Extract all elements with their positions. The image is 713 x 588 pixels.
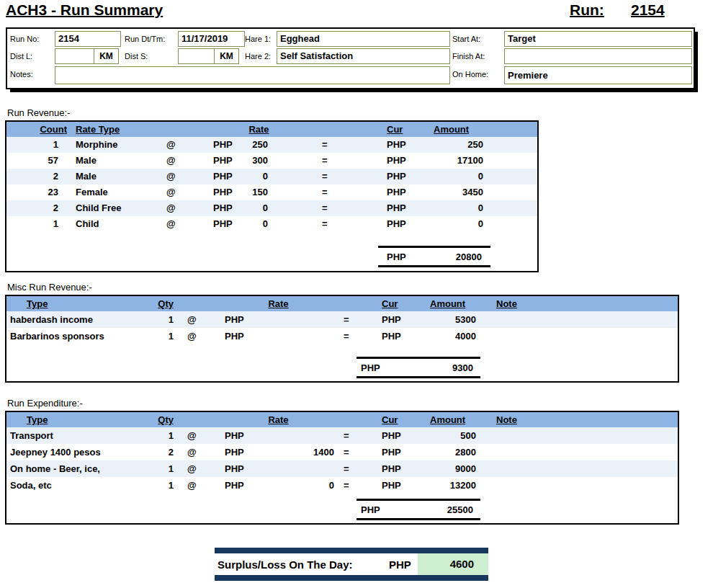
run-revenue-header-count: Count [40,124,67,135]
run-revenue-header-amount: Amount [434,124,469,135]
run-revenue-header-cur: Cur [387,124,403,135]
surplus-currency: PHP [389,558,418,571]
misc-revenue-section-label: Misc Run Revenue:- [7,282,92,293]
table-row: Jeepney 1400 pesos 2 @ PHP 1400 = PHP 28… [6,444,678,460]
expenditure-header-qty: Qty [158,414,174,425]
dist-l-field[interactable] [55,48,94,64]
run-revenue-table: Count Rate Type Rate Cur Amount 1 Morphi… [5,120,539,272]
dist-s-label: Dist S: [125,48,148,64]
surplus-amount: 4600 [418,553,488,575]
run-revenue-header-rate-type: Rate Type [76,124,120,135]
run-revenue-total: PHP 20800 [378,246,490,267]
misc-revenue-header-note: Note [496,298,517,309]
start-at-label: Start At: [452,31,480,47]
page-title: ACH3 - Run Summary [6,1,163,19]
table-row: Transport 1 @ PHP = PHP 500 [6,427,678,444]
dist-l-label: Dist L: [10,48,32,64]
table-row: 1 Child @ PHP 0 = PHP 0 [6,216,537,232]
misc-revenue-header-type: Type [27,298,48,309]
run-no-field[interactable]: 2154 [55,31,121,47]
run-info-box: Run No: 2154 Run Dt/Tm: 11/17/2019 Hare … [6,27,695,89]
dist-s-unit: KM [214,48,239,64]
run-revenue-section-label: Run Revenue:- [7,107,70,118]
table-row: Soda, etc 1 @ PHP 0 = PHP 13200 [6,477,678,494]
expenditure-total-cur: PHP [361,504,380,515]
table-row: Barbarinos sponsors 1 @ PHP = PHP 4000 [6,328,678,344]
hare1-field[interactable]: Egghead [277,31,450,47]
notes-field[interactable] [55,66,450,84]
run-revenue-header-rate: Rate [248,124,269,135]
surplus-label: Surplus/Loss On The Day: [215,558,389,571]
notes-label: Notes: [10,66,33,82]
on-home-label: On Home: [452,66,488,82]
finish-at-label: Finish At: [452,48,485,64]
expenditure-total: PHP 25500 [356,499,480,520]
run-no-label: Run No: [10,31,39,47]
table-row: haberdash income 1 @ PHP = PHP 5300 [6,311,678,328]
run-revenue-total-cur: PHP [387,251,406,262]
expenditure-header-cur: Cur [382,414,398,425]
expenditure-header-amount: Amount [430,414,465,425]
misc-revenue-table: Type Qty Rate Cur Amount Note haberdash … [5,295,679,383]
dist-l-unit: KM [94,48,119,64]
run-revenue-total-amount: 20800 [456,251,482,262]
report-page: ACH3 - Run Summary Run: 2154 Run No: 215… [0,0,713,588]
misc-revenue-header-cur: Cur [382,298,398,309]
dist-s-field[interactable] [178,48,215,64]
start-at-field[interactable]: Target [504,31,692,47]
hare2-field[interactable]: Self Satisfaction [277,48,450,64]
misc-revenue-header-amount: Amount [430,298,465,309]
expenditure-section-label: Run Expenditure:- [7,398,83,409]
expenditure-header-rate: Rate [268,414,288,425]
misc-revenue-header-row: Type Qty Rate Cur Amount Note [6,296,678,311]
misc-revenue-total-cur: PHP [361,362,380,373]
misc-revenue-total-amount: 9300 [452,362,473,373]
surplus-summary: Surplus/Loss On The Day: PHP 4600 [215,548,488,581]
table-row: 2 Male @ PHP 0 = PHP 0 [6,169,537,184]
expenditure-header-row: Type Qty Rate Cur Amount Note [6,412,678,427]
table-row: 1 Morphine @ PHP 250 = PHP 250 [6,137,537,153]
hare2-label: Hare 2: [245,48,271,64]
expenditure-header-type: Type [27,414,48,425]
hare1-label: Hare 1: [245,31,271,47]
table-row: 57 Male @ PHP 300 = PHP 17100 [6,153,537,169]
run-dt-label: Run Dt/Tm: [125,31,165,47]
run-label: Run: [570,1,604,19]
table-row: On home - Beer, ice, 1 @ PHP = PHP 9000 [6,460,678,477]
run-number: 2154 [631,1,665,19]
on-home-field[interactable]: Premiere [504,66,692,84]
table-row: 2 Child Free @ PHP 0 = PHP 0 [6,200,537,216]
expenditure-table: Type Qty Rate Cur Amount Note Transport … [5,411,679,525]
misc-revenue-header-qty: Qty [158,298,174,309]
expenditure-total-amount: 25500 [447,504,473,515]
run-dt-field[interactable]: 11/17/2019 [178,31,245,47]
misc-revenue-header-rate: Rate [268,298,288,309]
table-row: 23 Female @ PHP 150 = PHP 3450 [6,184,537,200]
expenditure-header-note: Note [496,414,517,425]
run-revenue-header-row: Count Rate Type Rate Cur Amount [6,122,537,137]
misc-revenue-total: PHP 9300 [356,357,480,378]
finish-at-field[interactable] [504,48,692,64]
